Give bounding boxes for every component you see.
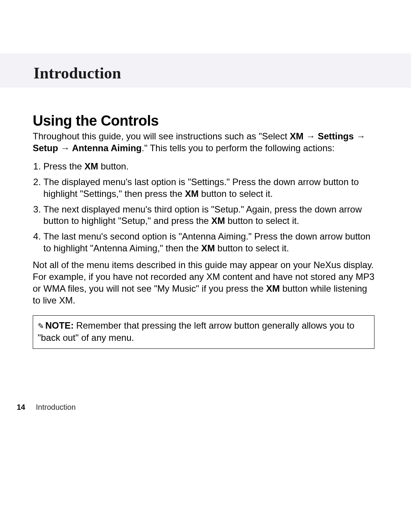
step-post: button to select it. bbox=[225, 216, 299, 226]
note-box: ✎NOTE: Remember that pressing the left a… bbox=[33, 315, 374, 348]
page-footer: 14Introduction bbox=[17, 403, 76, 412]
intro-paragraph: Throughout this guide, you will see inst… bbox=[33, 131, 374, 154]
content-block: Using the Controls Throughout this guide… bbox=[33, 113, 374, 349]
step-pre: The next displayed menu's third option i… bbox=[43, 204, 362, 226]
document-page: Introduction Using the Controls Througho… bbox=[0, 0, 411, 532]
step-post: button to select it. bbox=[215, 243, 289, 253]
arrow-icon: → bbox=[354, 131, 366, 141]
step-bold: XM bbox=[211, 216, 225, 226]
step-item: The next displayed menu's third option i… bbox=[43, 204, 374, 227]
path-antenna-aiming: Antenna Aiming bbox=[72, 143, 142, 153]
page-heading: Using the Controls bbox=[33, 113, 374, 129]
path-settings: Settings bbox=[318, 131, 354, 141]
step-post: button. bbox=[98, 161, 129, 171]
step-item: Press the XM button. bbox=[43, 161, 374, 173]
note-label: NOTE: bbox=[45, 320, 74, 331]
arrow-icon: → bbox=[304, 131, 318, 141]
intro-post: ." This tells you to perform the followi… bbox=[142, 143, 335, 153]
step-bold: XM bbox=[201, 243, 215, 253]
step-pre: Press the bbox=[43, 161, 84, 171]
closing-bold: XM bbox=[266, 283, 280, 294]
page-number: 14 bbox=[17, 403, 25, 411]
step-bold: XM bbox=[84, 161, 98, 171]
steps-list: Press the XM button. The displayed menu'… bbox=[33, 161, 374, 254]
step-bold: XM bbox=[185, 189, 199, 199]
footer-section-label: Introduction bbox=[36, 403, 76, 411]
arrow-icon: → bbox=[58, 143, 72, 153]
path-setup: Setup bbox=[33, 143, 58, 153]
closing-paragraph: Not all of the menu items described in t… bbox=[33, 259, 374, 306]
section-title: Introduction bbox=[33, 64, 121, 82]
step-item: The displayed menu's last option is "Set… bbox=[43, 176, 374, 200]
intro-pre: Throughout this guide, you will see inst… bbox=[33, 131, 290, 141]
path-xm: XM bbox=[290, 131, 304, 141]
note-text: Remember that pressing the left arrow bu… bbox=[38, 320, 354, 343]
pencil-icon: ✎ bbox=[38, 322, 44, 330]
step-item: The last menu's second option is "Antenn… bbox=[43, 231, 374, 254]
step-post: button to select it. bbox=[199, 189, 273, 199]
